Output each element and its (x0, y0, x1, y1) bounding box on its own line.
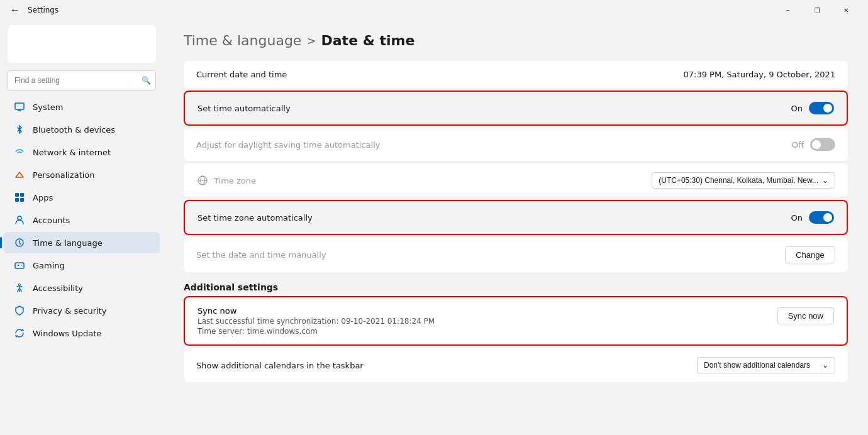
daylight-row: Adjust for daylight saving time automati… (184, 128, 848, 161)
svg-rect-4 (15, 193, 19, 197)
sidebar-item-label-accounts: Accounts (33, 216, 70, 225)
svg-rect-5 (20, 193, 24, 197)
sidebar-item-label-privacy: Privacy & security (33, 306, 106, 316)
set-timezone-toggle-thumb (823, 213, 832, 222)
titlebar: ← Settings − ❐ ✕ (0, 0, 868, 20)
breadcrumb-parent[interactable]: Time & language (184, 33, 301, 48)
svg-rect-10 (15, 263, 24, 268)
current-time-value: 07:39 PM, Saturday, 9 October, 2021 (683, 70, 835, 79)
set-time-auto-toggle[interactable] (809, 102, 834, 114)
show-calendars-card: Show additional calendars in the taskbar… (184, 348, 848, 382)
accessibility-icon (14, 282, 25, 294)
sidebar-item-privacy[interactable]: Privacy & security (4, 300, 160, 321)
daylight-state: Off (792, 140, 804, 150)
set-time-auto-state: On (791, 104, 803, 113)
daylight-label: Adjust for daylight saving time automati… (196, 140, 380, 150)
sidebar-item-label-gaming: Gaming (33, 261, 65, 270)
set-time-auto-card: Set time automatically On (184, 91, 848, 126)
sidebar-profile (8, 25, 156, 63)
set-time-auto-row: Set time automatically On (185, 92, 847, 124)
sidebar-item-label-update: Windows Update (33, 329, 101, 338)
sidebar-item-update[interactable]: Windows Update (4, 322, 160, 344)
timezone-label: Time zone (214, 176, 647, 185)
sync-title: Sync now (198, 306, 435, 316)
breadcrumb-current: Date & time (321, 33, 415, 48)
app-body: 🔍 System Bluetooth & devices Network & i… (0, 20, 868, 435)
set-manual-row: Set the date and time manually Change (184, 238, 848, 272)
timezone-icon (196, 174, 209, 187)
daylight-right: Off (792, 138, 835, 151)
current-time-label: Current date and time (196, 70, 287, 79)
timezone-value: (UTC+05:30) Chennai, Kolkata, Mumbai, Ne… (659, 176, 818, 185)
bluetooth-icon (14, 124, 25, 135)
svg-rect-6 (15, 198, 19, 202)
show-calendars-value: Don't show additional calendars (704, 361, 810, 370)
network-icon (14, 146, 25, 158)
personalization-icon (14, 169, 25, 180)
sidebar-item-bluetooth[interactable]: Bluetooth & devices (4, 119, 160, 140)
additional-settings-title: Additional settings (184, 282, 848, 292)
set-timezone-auto-card: Set time zone automatically On (184, 200, 848, 235)
daylight-toggle-thumb (812, 140, 821, 149)
daylight-card: Adjust for daylight saving time automati… (184, 128, 848, 161)
sidebar-item-label-system: System (33, 102, 63, 112)
sidebar: 🔍 System Bluetooth & devices Network & i… (0, 20, 164, 435)
sidebar-item-system[interactable]: System (4, 96, 160, 118)
toggle-thumb (823, 104, 832, 113)
svg-point-13 (21, 265, 22, 266)
restore-button[interactable]: ❐ (803, 0, 832, 20)
sidebar-item-accessibility[interactable]: Accessibility (4, 277, 160, 299)
show-calendars-dropdown[interactable]: Don't show additional calendars ⌄ (697, 357, 835, 373)
titlebar-title: Settings (28, 6, 58, 14)
minimize-button[interactable]: − (774, 0, 803, 20)
sidebar-item-label-personalization: Personalization (33, 170, 95, 180)
svg-point-8 (18, 216, 21, 220)
sidebar-item-label-accessibility: Accessibility (33, 284, 83, 293)
svg-rect-0 (15, 103, 24, 109)
sidebar-item-time[interactable]: Time & language (4, 232, 160, 253)
current-time-row: Current date and time 07:39 PM, Saturday… (184, 61, 848, 88)
privacy-icon (14, 305, 25, 316)
sidebar-item-accounts[interactable]: Accounts (4, 209, 160, 231)
show-calendars-chevron-icon: ⌄ (822, 361, 828, 370)
search-icon: 🔍 (142, 76, 151, 85)
close-button[interactable]: ✕ (832, 0, 860, 20)
daylight-toggle[interactable] (810, 138, 835, 151)
sidebar-item-network[interactable]: Network & internet (4, 141, 160, 163)
sync-sub1: Last successful time synchronization: 09… (198, 317, 435, 326)
timezone-chevron-icon: ⌄ (822, 176, 828, 185)
breadcrumb: Time & language > Date & time (184, 33, 848, 48)
sync-now-card: Sync now Last successful time synchroniz… (184, 296, 848, 346)
search-input[interactable] (8, 70, 156, 91)
breadcrumb-separator: > (306, 34, 316, 47)
show-calendars-row: Show additional calendars in the taskbar… (184, 348, 848, 382)
sidebar-item-gaming[interactable]: Gaming (4, 255, 160, 276)
set-time-auto-label: Set time automatically (198, 104, 291, 113)
sync-sub2: Time server: time.windows.com (198, 327, 435, 336)
sidebar-search-container: 🔍 (8, 70, 156, 91)
change-button[interactable]: Change (785, 246, 835, 263)
gaming-icon (14, 260, 25, 271)
set-manual-card: Set the date and time manually Change (184, 238, 848, 272)
set-time-auto-right: On (791, 102, 834, 114)
sidebar-item-label-apps: Apps (33, 193, 53, 202)
system-icon (14, 101, 25, 113)
sidebar-item-apps[interactable]: Apps (4, 187, 160, 208)
show-calendars-label: Show additional calendars in the taskbar (196, 361, 364, 370)
set-timezone-auto-row: Set time zone automatically On (185, 201, 847, 234)
main-content: Time & language > Date & time Current da… (164, 20, 868, 435)
sidebar-item-personalization[interactable]: Personalization (4, 164, 160, 185)
set-timezone-auto-toggle[interactable] (809, 211, 834, 224)
timezone-row: Time zone (UTC+05:30) Chennai, Kolkata, … (184, 163, 848, 197)
sidebar-item-label-network: Network & internet (33, 148, 111, 157)
sidebar-item-label-bluetooth: Bluetooth & devices (33, 125, 115, 135)
apps-icon (14, 192, 25, 203)
sync-info: Sync now Last successful time synchroniz… (198, 306, 435, 336)
update-icon (14, 328, 25, 339)
sync-now-button[interactable]: Sync now (777, 307, 834, 324)
back-button[interactable]: ← (8, 2, 23, 18)
sidebar-item-label-time: Time & language (33, 238, 103, 248)
titlebar-left: ← Settings (8, 2, 58, 18)
timezone-dropdown[interactable]: (UTC+05:30) Chennai, Kolkata, Mumbai, Ne… (652, 172, 835, 189)
svg-rect-7 (20, 198, 24, 202)
